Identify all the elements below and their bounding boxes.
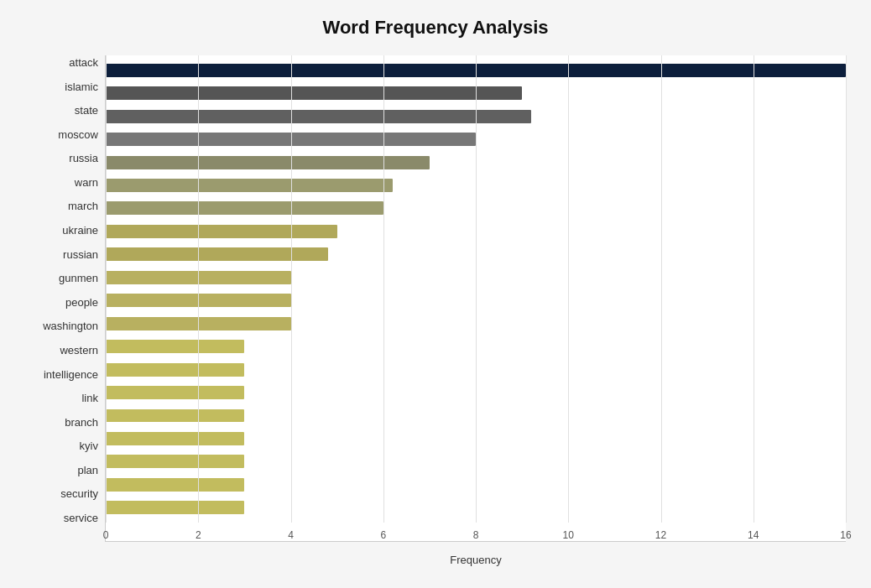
grid-label: 10: [563, 529, 574, 541]
grid-label: 4: [288, 529, 294, 541]
grid-label: 0: [103, 529, 109, 541]
y-axis-label: intelligence: [44, 369, 98, 380]
grid-line: [198, 55, 199, 523]
bar: [106, 156, 430, 169]
x-axis-label: Frequency: [450, 554, 501, 566]
y-axis-label: link: [81, 393, 98, 403]
y-axis-label: russia: [69, 153, 98, 164]
y-axis-label: gunmen: [59, 273, 98, 284]
bar: [106, 86, 522, 100]
bar: [106, 225, 337, 238]
chart-container: Word Frequency Analysis attackislamicsta…: [0, 0, 871, 588]
grid-label: 14: [748, 529, 759, 541]
grid-line: [291, 55, 292, 523]
y-axis-label: western: [60, 345, 98, 356]
grid-line: [383, 55, 384, 523]
y-axis: attackislamicstatemoscowrussiawarnmarchu…: [25, 55, 105, 542]
grid-label: 12: [655, 529, 666, 541]
chart-title: Word Frequency Analysis: [25, 17, 846, 39]
bar: [106, 501, 244, 514]
bar: [106, 409, 244, 423]
grid-label: 2: [196, 529, 201, 541]
grid-label: 6: [380, 529, 386, 541]
grid-line: [476, 55, 477, 523]
bar: [106, 110, 531, 123]
y-axis-label: branch: [65, 417, 98, 428]
y-axis-label: islamic: [65, 81, 98, 92]
bar: [106, 363, 244, 377]
bar: [106, 247, 328, 261]
bars-section: Frequency 0246810121416: [105, 55, 846, 542]
bar: [106, 201, 383, 215]
grid-line: [661, 55, 662, 523]
y-axis-label: people: [65, 297, 98, 308]
grid-line: [106, 55, 107, 523]
y-axis-label: march: [68, 200, 98, 211]
y-axis-label: kyiv: [80, 440, 98, 451]
grid-label: 8: [473, 529, 479, 541]
grid-line: [754, 55, 754, 523]
y-axis-label: moscow: [58, 129, 98, 140]
bar: [106, 432, 244, 445]
y-axis-label: state: [75, 105, 98, 116]
bar: [106, 478, 244, 492]
y-axis-label: attack: [69, 57, 98, 68]
bar: [106, 340, 244, 353]
grid-line: [568, 55, 569, 523]
bar: [106, 455, 244, 468]
y-axis-label: russian: [63, 249, 98, 260]
y-axis-label: plan: [77, 465, 98, 476]
y-axis-label: ukraine: [62, 225, 98, 236]
y-axis-label: security: [60, 488, 98, 499]
chart-area: attackislamicstatemoscowrussiawarnmarchu…: [25, 55, 846, 542]
bar: [106, 179, 393, 192]
y-axis-label: washington: [43, 320, 98, 331]
y-axis-label: service: [64, 513, 98, 523]
grid-line: [846, 55, 847, 523]
grid-label: 16: [840, 529, 851, 541]
y-axis-label: warn: [75, 177, 98, 188]
bar: [106, 386, 244, 399]
